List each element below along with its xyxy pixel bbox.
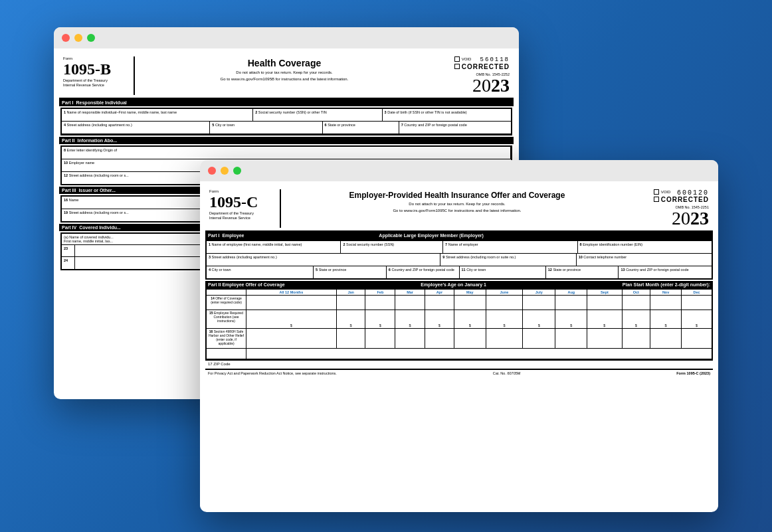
year-c-bold: 23 [690,208,709,228]
row15-apr: $ [425,310,454,328]
c-cell-7: 7 Name of employer [443,241,577,253]
form-1095c: 600120 Form 1095-C Department of the Tre… [205,187,713,377]
part2-c-age-title: Employee's Age on January 1 [285,282,623,287]
col-sep: Sept [587,289,622,295]
form-b-part1-header: Part I Responsible Individual [59,99,514,106]
col-oct: Oct [622,289,650,295]
year-c: 2023 [672,209,709,228]
cell-3: 3 Date of birth (if SSN or other TIN is … [383,109,511,121]
table-row-14: 14 Offer of Coverage (enter required cod… [207,295,712,310]
void-checkbox[interactable] [454,56,460,62]
row14-all12 [246,295,337,310]
part2-c-title: Employee Offer of Coverage [222,282,284,287]
c-cell-13: 13 Country and ZIP or foreign postal cod… [619,266,712,278]
form-c-omb: OMB No. 1545-2251 2023 [672,205,709,228]
blank-cells [246,348,712,359]
titlebar-1095c [200,160,718,181]
row14-mar [395,295,425,310]
part4-title: Covered Individu... [79,225,121,230]
form-b-title: Health Coverage [145,58,423,68]
close-button-c[interactable] [208,167,216,175]
footer-cat: Cat. No. 60705M [493,371,521,375]
form-c-subtitle1: Do not attach to your tax return. Keep f… [292,201,623,207]
maximize-button[interactable] [87,34,95,42]
form-b-number: 1095-B [63,60,130,78]
col-apr: Apr [425,289,454,295]
row16-jun [486,328,522,348]
cell-6: 6 State or province [323,122,399,133]
row14-feb [365,295,395,310]
col-dec: Dec [682,289,712,295]
footer-privacy: For Privacy Act and Paperwork Reduction … [208,371,337,375]
row15-oct: $ [622,310,650,328]
c-cell-5: 5 State or province [314,266,387,278]
minimize-button[interactable] [74,34,82,42]
c-cell-4: 4 City or town [207,266,314,278]
c-cell-8: 8 Employer identification number (EIN) [578,241,712,253]
cell-7: 7 Country and ZIP or foreign postal code [399,122,511,133]
form-c-part1-header-row: Part I Employee Applicable Large Employe… [205,232,713,240]
row14-jan [336,295,365,310]
form-c-corrected-row: CORRECTED [654,196,709,203]
blank-label [207,348,246,359]
form-c-row2: 3 Street address (including apartment no… [207,254,712,266]
form-b-row2: 4 Street address (including apartment no… [62,122,511,134]
col-aug: Aug [555,289,587,295]
titlebar-1095b [54,27,519,48]
part2-title: Information Abo... [77,138,117,143]
form-c-number-block: Form 1095-C Department of the Treasury I… [209,189,276,221]
year-b-bold: 23 [491,75,510,96]
part1-c-right-title: Applicable Large Employer Member (Employ… [379,233,484,238]
form-c-footer: For Privacy Act and Paperwork Reduction … [205,369,713,377]
coverage-table: All 12 Months Jan Feb Mar Apr May June J… [206,289,712,359]
void-label: VOID [462,57,472,61]
year-b-light: 20 [472,75,491,96]
footer-form-ref: Form 1095-C (2023) [676,371,710,375]
cell-2: 2 Social security number (SSN) or other … [253,109,382,121]
c-cell-10: 10 Contact telephone number [577,254,712,266]
scene: 560118 Form 1095-B Department of the Tre… [54,27,718,505]
row14-sep [587,295,622,310]
c-cell-3: 3 Street address (including apartment no… [207,254,440,266]
part1-title: Responsible Individual [76,100,127,105]
part2-label: Part II [62,138,74,143]
part3-title: Issuer or Other... [78,188,116,193]
close-button[interactable] [62,34,70,42]
row15-may: $ [454,310,486,328]
row16-jan [336,328,365,348]
form-c-header: Form 1095-C Department of the Treasury I… [205,187,713,232]
zip-label: 17 ZIP Code [208,362,231,366]
form-c-part2-header: Part II Employee Offer of Coverage Emplo… [205,281,713,288]
cell-24-num: 24 [62,257,75,269]
corrected-checkbox[interactable] [454,64,460,69]
void-checkbox-c[interactable] [654,189,659,195]
corrected-label: CORRECTED [462,63,510,70]
form-c-right: VOID CORRECTED OMB No. 1545-2251 2023 [629,189,709,228]
row14-label: 14 Offer of Coverage (enter required cod… [207,295,246,310]
year-b: 2023 [472,76,510,95]
row15-sep: $ [587,310,622,328]
form-b-irs: Internal Revenue Service [63,83,130,88]
col-feb: Feb [365,289,395,295]
row14-nov [650,295,682,310]
c-cell-6: 6 Country and ZIP or foreign postal code [387,266,460,278]
col-jun: June [486,289,522,295]
form-b-row1: 1 Name of responsible individual–First n… [62,109,511,122]
void-label-c: VOID [661,190,671,194]
maximize-button-c[interactable] [233,167,241,175]
form-b-subtitle2: Go to www.irs.gov/Form1095B for instruct… [145,76,423,82]
form-c-part1-fields: 1 Name of employee (first name, middle i… [205,240,713,280]
form-c-void-corrected: VOID CORRECTED [654,189,709,203]
c-cell-9: 9 Street address (including room or suit… [440,254,576,266]
form-b-header: Form 1095-B Department of the Treasury I… [59,54,514,99]
form-b-part2-header: Part II Information Abo... [59,137,514,144]
cell-8: 8 Enter letter identifying Origin of [62,147,511,159]
col-mar: Mar [395,289,425,295]
corrected-checkbox-c[interactable] [654,197,659,202]
form-c-row3: 4 City or town 5 State or province 6 Cou… [207,266,712,278]
minimize-button-c[interactable] [221,167,229,175]
form-b-corrected-row: CORRECTED [454,63,510,70]
row15-dec: $ [682,310,712,328]
c-cell-11: 11 City or town [460,266,546,278]
row14-jul [523,295,555,310]
